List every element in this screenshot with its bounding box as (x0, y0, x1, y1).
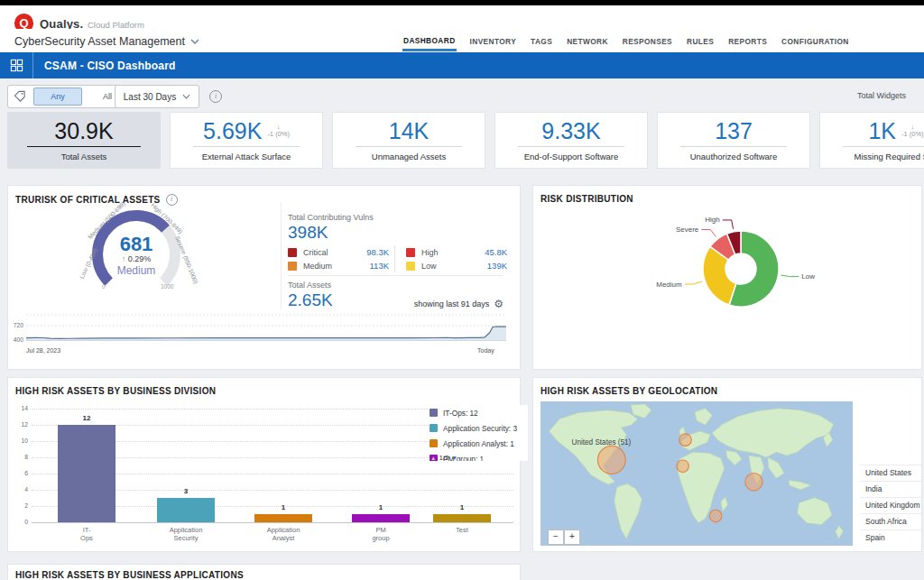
donut-leader-severe (701, 230, 716, 237)
severity-column: Critical98.3KMedium113K (288, 245, 389, 272)
bar-application-analyst[interactable] (254, 514, 312, 522)
y-tick-4: 4 (12, 486, 28, 493)
dashboard-grid-icon[interactable] (0, 52, 33, 78)
gauge-value: 681 (117, 234, 156, 254)
kpi-card-missing-required-soft[interactable]: 1K↓-1 (0%)Missing Required Soft (819, 112, 924, 169)
vuln-severity-legend: Critical98.3KMedium113KHigh45.8KLow139K (288, 245, 507, 272)
kpi-label: End-of-Support Software (524, 152, 619, 161)
tab-network[interactable]: NETWORK (566, 32, 609, 50)
kpi-card-unauthorized-software[interactable]: 137Unauthorized Software (657, 112, 810, 169)
widget-title: RISK DISTRIBUTION (541, 194, 633, 204)
kpi-value-row: 14K (389, 120, 429, 143)
y-tick-14: 14 (12, 405, 28, 411)
kpi-card-total-assets[interactable]: 30.9KTotal Assets (7, 112, 161, 169)
world-map[interactable]: United States (51) (541, 401, 853, 546)
geo-panel-header: A (860, 401, 922, 465)
kpi-underline (27, 146, 141, 147)
legend-item-1[interactable]: Application Security: 3 (430, 420, 528, 436)
widget-geolocation: HIGH RISK ASSETS BY GEOLOCATION (532, 377, 922, 552)
tab-dashboard[interactable]: DASHBOARD (402, 31, 457, 51)
kpi-underline (843, 146, 924, 147)
bar-test[interactable] (433, 514, 491, 522)
trurisk-trend-chart (26, 310, 506, 346)
bar-application-security[interactable] (157, 498, 215, 522)
bar-category-it-ops: IT-Ops (49, 527, 125, 542)
bar-it-ops[interactable] (58, 425, 116, 522)
legend-page-up-icon[interactable]: ▲ (430, 455, 436, 461)
geo-country-india[interactable]: India (860, 481, 922, 497)
kpi-value: 5.69K (203, 120, 262, 143)
legend-item-2[interactable]: Application Analyst: 1 (430, 436, 528, 451)
kpi-label: Unauthorized Software (690, 152, 778, 161)
total-widgets-label: Total Widgets (857, 91, 906, 100)
medium-color-swatch (288, 262, 297, 271)
gauge-level: Medium (117, 264, 156, 277)
widget-title: HIGH RISK ASSETS BY GEOLOCATION (541, 386, 717, 396)
legend-text: IT-Ops: 12 (443, 409, 478, 418)
kpi-value-row: 30.9K (54, 120, 113, 143)
kpi-label: External Attack Surface (202, 152, 291, 161)
kpi-underline (356, 146, 462, 147)
legend-item-0[interactable]: IT-Ops: 12 (430, 405, 528, 420)
severity-value: 113K (370, 261, 389, 271)
kpi-value: 9.33K (541, 120, 600, 143)
bar-value-it-ops: 12 (58, 414, 116, 422)
tag-toggle-any[interactable]: Any (33, 87, 82, 106)
geo-country-south-africa[interactable]: South Africa (860, 513, 922, 529)
geo-country-united-states[interactable]: United States (860, 465, 922, 481)
kpi-card-end-of-support-software[interactable]: 9.33KEnd-of-Support Software (494, 112, 648, 169)
gauge-min-label: 0 (102, 283, 106, 290)
chevron-down-icon (182, 94, 190, 99)
date-range-dropdown[interactable]: Last 30 Days (115, 85, 199, 108)
tag-filter-group: Any All (7, 85, 132, 108)
world-map-svg: United States (51) (541, 401, 853, 546)
geo-country-spain[interactable]: Spain (860, 529, 922, 546)
tab-inventory[interactable]: INVENTORY (469, 32, 518, 50)
bar-value-test: 1 (433, 503, 491, 511)
bar-pm-group[interactable] (352, 514, 410, 522)
dashboard-title: CSAM - CISO Dashboard (44, 60, 176, 72)
map-zoom-in-button[interactable]: + (564, 529, 580, 545)
dashboard-title-bar: CSAM - CISO Dashboard (0, 52, 924, 78)
bar-legend: IT-Ops: 12Application Security: 3Applica… (430, 405, 528, 461)
legend-swatch (430, 409, 438, 417)
gear-icon[interactable]: ⚙ (494, 298, 504, 310)
y-tick-12: 12 (12, 421, 28, 428)
severity-label: Critical (303, 248, 366, 257)
tab-tags[interactable]: TAGS (530, 32, 553, 50)
map-marker-united-states (597, 446, 625, 474)
tab-reports[interactable]: REPORTS (727, 32, 768, 50)
widget-title: HIGH RISK ASSETS BY BUSINESS APPLICATION… (15, 570, 244, 580)
tab-configuration[interactable]: CONFIGURATION (781, 32, 850, 50)
widget-business-applications: HIGH RISK ASSETS BY BUSINESS APPLICATION… (7, 564, 521, 580)
geo-country-list: United StatesIndiaUnited KingdomSouth Af… (860, 465, 922, 546)
trend-x-end: Today (477, 347, 494, 354)
up-arrow-icon: ↑ (122, 254, 126, 263)
map-marker-south-africa (709, 510, 721, 522)
tag-icon (8, 86, 32, 107)
risk-distribution-donut[interactable]: LowMediumSevereHigh (624, 206, 885, 359)
bar-value-pm-group: 1 (352, 503, 410, 511)
geo-country-united-kingdom[interactable]: United Kingdom (860, 497, 922, 513)
kpi-label: Unmanaged Assets (372, 152, 446, 161)
kpi-value: 14K (389, 120, 429, 143)
donut-label-medium: Medium (656, 281, 682, 289)
tab-rules[interactable]: RULES (686, 32, 715, 50)
kpi-card-unmanaged-assets[interactable]: 14KUnmanaged Assets (332, 112, 485, 169)
trend-y-400: 400 (10, 336, 23, 343)
vulns-value: 398K (288, 224, 328, 243)
tab-responses[interactable]: RESPONSES (622, 32, 673, 50)
kpi-card-external-attack-surface[interactable]: 5.69K↓-1 (0%)External Attack Surface (170, 112, 323, 169)
legend-page-down-icon[interactable]: ▼ (452, 455, 457, 461)
donut-leader-high (723, 220, 734, 229)
map-marker-united-kingdom (679, 434, 691, 447)
app-selector-label: CyberSecurity Asset Management (14, 35, 185, 48)
legend-swatch (430, 439, 438, 447)
donut-label-high: High (705, 216, 719, 224)
info-icon[interactable]: i (209, 90, 222, 103)
legend-text: Application Analyst: 1 (443, 439, 514, 448)
bar-category-test: Test (424, 527, 500, 535)
map-zoom-out-button[interactable]: − (548, 529, 564, 545)
severity-value: 98.3K (366, 247, 389, 257)
app-selector-dropdown[interactable]: CyberSecurity Asset Management (14, 35, 199, 48)
